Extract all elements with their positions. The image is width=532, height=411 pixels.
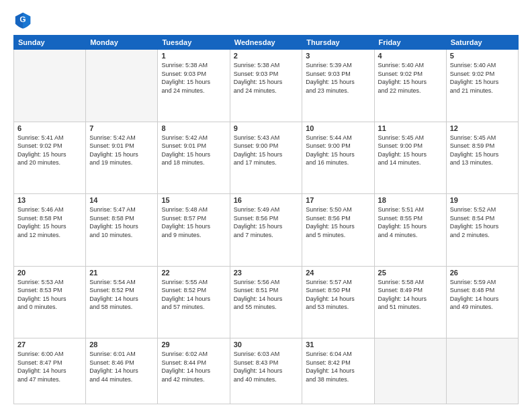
calendar-cell: 29Sunrise: 6:02 AM Sunset: 8:44 PM Dayli… — [158, 338, 230, 404]
day-info: Sunrise: 5:53 AM Sunset: 8:53 PM Dayligh… — [17, 278, 82, 312]
day-number: 5 — [450, 52, 515, 60]
calendar-cell — [374, 338, 446, 404]
day-number: 20 — [17, 269, 82, 277]
day-number: 17 — [306, 196, 370, 204]
calendar-cell: 5Sunrise: 5:40 AM Sunset: 9:02 PM Daylig… — [446, 50, 518, 122]
calendar-week-row: 27Sunrise: 6:00 AM Sunset: 8:47 PM Dayli… — [14, 338, 519, 404]
day-info: Sunrise: 6:02 AM Sunset: 8:44 PM Dayligh… — [161, 350, 226, 383]
calendar-cell: 13Sunrise: 5:46 AM Sunset: 8:58 PM Dayli… — [14, 194, 86, 267]
day-info: Sunrise: 5:41 AM Sunset: 9:02 PM Dayligh… — [17, 134, 82, 167]
day-number: 10 — [306, 124, 370, 132]
weekday-header: Saturday — [446, 36, 518, 50]
day-number: 7 — [89, 124, 154, 132]
calendar-cell: 6Sunrise: 5:41 AM Sunset: 9:02 PM Daylig… — [14, 122, 86, 194]
day-info: Sunrise: 6:01 AM Sunset: 8:46 PM Dayligh… — [89, 350, 154, 383]
day-number: 13 — [17, 196, 82, 204]
calendar-cell: 2Sunrise: 5:38 AM Sunset: 9:03 PM Daylig… — [230, 50, 302, 122]
calendar-cell: 9Sunrise: 5:43 AM Sunset: 9:00 PM Daylig… — [230, 122, 302, 194]
calendar-week-row: 1Sunrise: 5:38 AM Sunset: 9:03 PM Daylig… — [14, 50, 519, 122]
day-info: Sunrise: 5:54 AM Sunset: 8:52 PM Dayligh… — [89, 278, 154, 312]
calendar-cell: 25Sunrise: 5:58 AM Sunset: 8:49 PM Dayli… — [374, 266, 446, 338]
day-info: Sunrise: 5:43 AM Sunset: 9:00 PM Dayligh… — [234, 134, 299, 167]
day-info: Sunrise: 5:51 AM Sunset: 8:55 PM Dayligh… — [378, 205, 443, 239]
calendar-cell: 23Sunrise: 5:56 AM Sunset: 8:51 PM Dayli… — [230, 266, 302, 338]
calendar-cell: 30Sunrise: 6:03 AM Sunset: 8:43 PM Dayli… — [230, 338, 302, 404]
calendar-header: SundayMondayTuesdayWednesdayThursdayFrid… — [14, 36, 519, 50]
calendar-cell: 4Sunrise: 5:40 AM Sunset: 9:02 PM Daylig… — [374, 50, 446, 122]
calendar-cell: 8Sunrise: 5:42 AM Sunset: 9:01 PM Daylig… — [158, 122, 230, 194]
calendar-cell: 28Sunrise: 6:01 AM Sunset: 8:46 PM Dayli… — [86, 338, 158, 404]
weekday-header: Monday — [86, 36, 158, 50]
day-number: 4 — [378, 52, 443, 60]
calendar-cell — [446, 338, 518, 404]
day-number: 22 — [161, 269, 226, 277]
calendar: SundayMondayTuesdayWednesdayThursdayFrid… — [13, 35, 519, 404]
day-number: 16 — [234, 196, 299, 204]
weekday-header: Sunday — [14, 36, 86, 50]
calendar-cell: 3Sunrise: 5:39 AM Sunset: 9:03 PM Daylig… — [302, 50, 374, 122]
weekday-row: SundayMondayTuesdayWednesdayThursdayFrid… — [14, 36, 519, 50]
day-info: Sunrise: 5:47 AM Sunset: 8:58 PM Dayligh… — [89, 205, 154, 239]
day-info: Sunrise: 5:40 AM Sunset: 9:02 PM Dayligh… — [450, 61, 515, 95]
day-number: 12 — [450, 124, 515, 132]
day-number: 9 — [234, 124, 299, 132]
day-info: Sunrise: 5:49 AM Sunset: 8:56 PM Dayligh… — [234, 205, 299, 239]
day-info: Sunrise: 5:42 AM Sunset: 9:01 PM Dayligh… — [161, 134, 226, 167]
day-number: 26 — [450, 269, 515, 277]
day-info: Sunrise: 5:42 AM Sunset: 9:01 PM Dayligh… — [89, 134, 154, 167]
day-number: 24 — [306, 269, 370, 277]
day-info: Sunrise: 5:52 AM Sunset: 8:54 PM Dayligh… — [450, 205, 515, 239]
calendar-cell: 14Sunrise: 5:47 AM Sunset: 8:58 PM Dayli… — [86, 194, 158, 267]
calendar-cell: 10Sunrise: 5:44 AM Sunset: 9:00 PM Dayli… — [302, 122, 374, 194]
calendar-cell: 11Sunrise: 5:45 AM Sunset: 9:00 PM Dayli… — [374, 122, 446, 194]
calendar-cell: 1Sunrise: 5:38 AM Sunset: 9:03 PM Daylig… — [158, 50, 230, 122]
day-number: 3 — [306, 52, 370, 60]
day-number: 28 — [89, 340, 154, 349]
day-info: Sunrise: 5:38 AM Sunset: 9:03 PM Dayligh… — [234, 61, 299, 95]
day-number: 6 — [17, 124, 82, 132]
day-info: Sunrise: 6:03 AM Sunset: 8:43 PM Dayligh… — [234, 350, 299, 383]
day-info: Sunrise: 5:44 AM Sunset: 9:00 PM Dayligh… — [306, 134, 370, 167]
calendar-body: 1Sunrise: 5:38 AM Sunset: 9:03 PM Daylig… — [14, 50, 519, 404]
day-info: Sunrise: 6:00 AM Sunset: 8:47 PM Dayligh… — [17, 350, 82, 383]
day-number: 1 — [161, 52, 226, 60]
calendar-cell — [86, 50, 158, 122]
day-number: 25 — [378, 269, 443, 277]
weekday-header: Friday — [374, 36, 446, 50]
day-number: 21 — [89, 269, 154, 277]
day-info: Sunrise: 5:59 AM Sunset: 8:48 PM Dayligh… — [450, 278, 515, 312]
calendar-cell: 17Sunrise: 5:50 AM Sunset: 8:56 PM Dayli… — [302, 194, 374, 267]
calendar-cell: 24Sunrise: 5:57 AM Sunset: 8:50 PM Dayli… — [302, 266, 374, 338]
calendar-week-row: 13Sunrise: 5:46 AM Sunset: 8:58 PM Dayli… — [14, 194, 519, 267]
day-info: Sunrise: 5:48 AM Sunset: 8:57 PM Dayligh… — [161, 205, 226, 239]
calendar-cell: 21Sunrise: 5:54 AM Sunset: 8:52 PM Dayli… — [86, 266, 158, 338]
day-info: Sunrise: 5:56 AM Sunset: 8:51 PM Dayligh… — [234, 278, 299, 312]
calendar-cell: 15Sunrise: 5:48 AM Sunset: 8:57 PM Dayli… — [158, 194, 230, 267]
day-info: Sunrise: 5:55 AM Sunset: 8:52 PM Dayligh… — [161, 278, 226, 312]
header — [13, 11, 519, 30]
calendar-cell: 7Sunrise: 5:42 AM Sunset: 9:01 PM Daylig… — [86, 122, 158, 194]
calendar-cell: 26Sunrise: 5:59 AM Sunset: 8:48 PM Dayli… — [446, 266, 518, 338]
day-number: 8 — [161, 124, 226, 132]
day-info: Sunrise: 6:04 AM Sunset: 8:42 PM Dayligh… — [306, 350, 370, 383]
calendar-cell: 19Sunrise: 5:52 AM Sunset: 8:54 PM Dayli… — [446, 194, 518, 267]
calendar-cell: 31Sunrise: 6:04 AM Sunset: 8:42 PM Dayli… — [302, 338, 374, 404]
calendar-week-row: 6Sunrise: 5:41 AM Sunset: 9:02 PM Daylig… — [14, 122, 519, 194]
calendar-cell — [14, 50, 86, 122]
day-info: Sunrise: 5:46 AM Sunset: 8:58 PM Dayligh… — [17, 205, 82, 239]
weekday-header: Wednesday — [230, 36, 302, 50]
day-number: 31 — [306, 340, 370, 349]
day-info: Sunrise: 5:39 AM Sunset: 9:03 PM Dayligh… — [306, 61, 370, 95]
calendar-cell: 27Sunrise: 6:00 AM Sunset: 8:47 PM Dayli… — [14, 338, 86, 404]
day-info: Sunrise: 5:40 AM Sunset: 9:02 PM Dayligh… — [378, 61, 443, 95]
day-info: Sunrise: 5:45 AM Sunset: 9:00 PM Dayligh… — [378, 134, 443, 167]
calendar-cell: 16Sunrise: 5:49 AM Sunset: 8:56 PM Dayli… — [230, 194, 302, 267]
calendar-week-row: 20Sunrise: 5:53 AM Sunset: 8:53 PM Dayli… — [14, 266, 519, 338]
day-number: 2 — [234, 52, 299, 60]
day-number: 27 — [17, 340, 82, 349]
day-info: Sunrise: 5:58 AM Sunset: 8:49 PM Dayligh… — [378, 278, 443, 312]
day-info: Sunrise: 5:45 AM Sunset: 8:59 PM Dayligh… — [450, 134, 515, 167]
logo-icon — [13, 11, 32, 30]
day-number: 15 — [161, 196, 226, 204]
day-info: Sunrise: 5:50 AM Sunset: 8:56 PM Dayligh… — [306, 205, 370, 239]
